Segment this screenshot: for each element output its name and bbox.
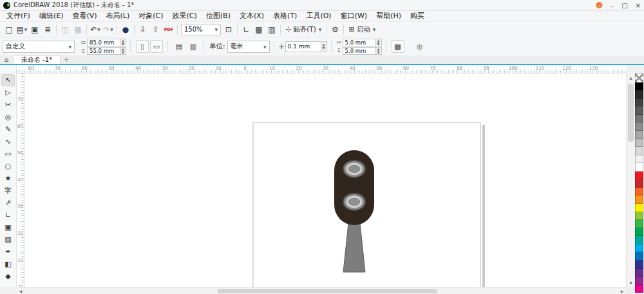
scroll-left-icon[interactable]: ◀: [17, 288, 24, 294]
color-swatch-22[interactable]: [635, 260, 643, 269]
color-swatch-14[interactable]: [635, 195, 643, 204]
crop-tool[interactable]: ✂: [2, 99, 14, 110]
document-tab[interactable]: 未命名 -1*: [13, 55, 61, 64]
home-button[interactable]: ⌂: [0, 55, 13, 64]
color-swatch-7[interactable]: [635, 139, 643, 148]
duplicate-y-input[interactable]: 5.0 mm: [343, 47, 376, 55]
horizontal-scrollbar[interactable]: ◀ ▶: [17, 287, 626, 294]
menu-item-0[interactable]: 文件(F): [2, 11, 35, 21]
menu-item-2[interactable]: 查看(V): [68, 11, 101, 21]
units-select[interactable]: 毫米 ▼: [227, 41, 270, 53]
color-swatch-15[interactable]: [635, 204, 643, 212]
transparency-tool[interactable]: ▨: [2, 234, 14, 245]
maximize-button[interactable]: □: [621, 2, 627, 9]
new-document-button[interactable]: □: [3, 23, 15, 36]
menu-item-7[interactable]: 文本(X): [235, 11, 269, 21]
show-guidelines-button[interactable]: ▥: [265, 23, 278, 36]
duplicate-x-spinner[interactable]: ▲▼: [376, 39, 382, 46]
color-swatch-12[interactable]: [635, 179, 643, 188]
horizontal-ruler[interactable]: 8070605040302010010203040506070809010011…: [17, 65, 626, 74]
drop-shadow-tool[interactable]: ▣: [2, 222, 14, 233]
launch-button[interactable]: ⊞启动▼: [346, 23, 378, 36]
pick-tool[interactable]: ↖: [2, 75, 14, 86]
show-rulers-button[interactable]: ∟: [240, 23, 252, 36]
scroll-up-icon[interactable]: ▲: [627, 74, 635, 82]
color-swatch-1[interactable]: [635, 90, 643, 99]
duplicate-y-spinner[interactable]: ▲▼: [376, 47, 382, 55]
shape-tool[interactable]: ▷: [2, 87, 14, 98]
page-height-spinner[interactable]: ▲▼: [120, 47, 126, 55]
account-icon[interactable]: ☻: [596, 1, 603, 10]
color-swatch-25[interactable]: [635, 285, 643, 293]
export-button[interactable]: ⇧: [149, 23, 162, 36]
menu-item-6[interactable]: 位图(B): [202, 11, 235, 21]
vertical-scrollbar[interactable]: ▲ ▼: [626, 74, 635, 287]
color-swatch-4[interactable]: [635, 115, 643, 123]
new-tab-button[interactable]: +: [61, 55, 72, 64]
color-swatch-24[interactable]: [635, 277, 643, 285]
menu-item-5[interactable]: 效果(C): [168, 11, 202, 21]
page-preset-select[interactable]: 自定义 ▼: [3, 41, 75, 53]
portrait-button[interactable]: ▯: [136, 40, 149, 53]
scroll-down-icon[interactable]: ▼: [627, 279, 635, 287]
nudge-spinner[interactable]: ▲▼: [321, 41, 327, 52]
color-swatch-2[interactable]: [635, 99, 643, 107]
color-swatch-11[interactable]: [635, 172, 643, 180]
color-swatch-16[interactable]: [635, 212, 643, 220]
all-pages-button[interactable]: ▤: [173, 40, 185, 53]
undo-button[interactable]: ↶▼: [89, 23, 102, 36]
artistic-media-tool[interactable]: ∿: [2, 136, 14, 147]
ellipse-tool[interactable]: ○: [2, 161, 14, 172]
minimize-button[interactable]: –: [611, 2, 614, 9]
save-button[interactable]: ▣: [28, 23, 41, 36]
landscape-button[interactable]: ▭: [150, 40, 163, 53]
rectangle-tool[interactable]: ▭: [2, 148, 14, 159]
menu-item-12[interactable]: 购买: [406, 11, 429, 21]
color-swatch-0[interactable]: [635, 83, 643, 91]
search-content-button[interactable]: ●: [119, 23, 132, 36]
connector-tool[interactable]: ∟: [2, 210, 14, 220]
paste-button[interactable]: ▦: [71, 23, 84, 36]
redo-button[interactable]: ↷▼: [102, 23, 115, 36]
dimension-tool[interactable]: ⇗: [2, 197, 14, 208]
vertical-scroll-thumb[interactable]: [628, 84, 634, 142]
color-swatch-8[interactable]: [635, 147, 643, 155]
menu-item-1[interactable]: 编辑(E): [35, 11, 68, 21]
menu-item-8[interactable]: 表格(T): [269, 11, 301, 21]
color-swatch-20[interactable]: [635, 244, 643, 253]
color-swatch-10[interactable]: [635, 163, 643, 172]
print-button[interactable]: ≣: [41, 23, 54, 36]
launcher-circle-button[interactable]: ⊕: [413, 40, 426, 53]
close-button[interactable]: ×: [636, 2, 641, 9]
show-grid-button[interactable]: ▩: [252, 23, 265, 36]
no-color-swatch[interactable]: [635, 74, 643, 83]
smart-fill-tool[interactable]: ◆: [2, 271, 14, 282]
color-swatch-9[interactable]: [635, 155, 643, 164]
interactive-fill-tool[interactable]: ◧: [2, 259, 14, 270]
color-swatch-18[interactable]: [635, 228, 643, 237]
copy-button[interactable]: ◫: [59, 23, 71, 36]
color-swatch-5[interactable]: [635, 122, 643, 131]
color-swatch-23[interactable]: [635, 269, 643, 277]
menu-item-3[interactable]: 布局(L): [102, 11, 135, 21]
options-button[interactable]: ⚙: [328, 23, 341, 36]
zoom-level-combo[interactable]: 150%▼: [181, 24, 221, 35]
canvas-viewport[interactable]: [24, 74, 626, 287]
color-swatch-17[interactable]: [635, 220, 643, 228]
menu-item-9[interactable]: 工具(O): [301, 11, 336, 21]
color-swatch-21[interactable]: [635, 252, 643, 260]
current-page-button[interactable]: ▥: [187, 40, 200, 53]
color-swatch-3[interactable]: [635, 106, 643, 115]
freehand-tool[interactable]: ✎: [2, 124, 14, 135]
vertical-ruler[interactable]: 706050403020100: [17, 74, 24, 287]
open-button[interactable]: ▤▼: [15, 23, 28, 36]
polygon-tool[interactable]: ★: [2, 173, 14, 184]
page-width-input[interactable]: 85.0 mm: [87, 39, 120, 46]
menu-item-10[interactable]: 窗口(W): [336, 11, 372, 21]
color-swatch-19[interactable]: [635, 236, 643, 244]
treat-as-filled-button[interactable]: ▩: [392, 40, 404, 53]
import-button[interactable]: ⇩: [137, 23, 149, 36]
duplicate-x-input[interactable]: 5.0 mm: [343, 39, 376, 46]
color-swatch-6[interactable]: [635, 131, 643, 139]
zoom-tool[interactable]: ◎: [2, 112, 14, 122]
